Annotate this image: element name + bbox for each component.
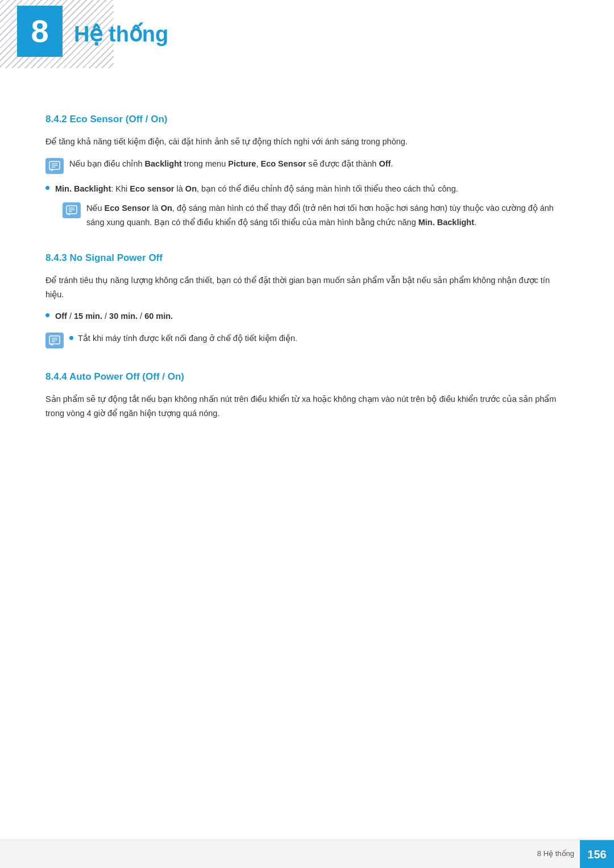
chapter-title: Hệ thống <box>74 17 168 52</box>
bullet-843-1: Off / 15 min. / 30 min. / 60 min. <box>45 309 569 323</box>
section-8-4-2: 8.4.2 Eco Sensor (Off / On) Để tăng khả … <box>45 111 569 230</box>
bullet-842-1-text: Min. Backlight: Khi Eco sensor là On, bạ… <box>55 182 458 196</box>
bullet-dot-2 <box>45 313 49 317</box>
note-svg-icon <box>49 161 60 171</box>
bullet-843-1-text: Off / 15 min. / 30 min. / 60 min. <box>55 309 173 323</box>
note-843-1: Tắt khi máy tính được kết nối đang ở chế… <box>45 331 569 348</box>
note-icon-2 <box>63 202 81 218</box>
chapter-number-box: 8 <box>17 6 63 57</box>
note-svg-icon-2 <box>66 205 77 215</box>
bullet-dot-note <box>69 336 73 340</box>
chapter-number: 8 <box>31 15 48 47</box>
section-844-intro: Sản phẩm sẽ tự động tắt nếu bạn không nh… <box>45 392 569 420</box>
section-843-intro: Để tránh tiêu thụ năng lượng không cần t… <box>45 273 569 301</box>
note-svg-icon-3 <box>49 335 60 346</box>
footer-section-label: 8 Hệ thống <box>537 848 574 860</box>
main-content: 8.4.2 Eco Sensor (Off / On) Để tăng khả … <box>0 68 614 474</box>
page-header: 8 Hệ thống <box>0 0 614 68</box>
section-843-heading: 8.4.3 No Signal Power Off <box>45 250 569 265</box>
note-icon-3 <box>45 333 64 348</box>
section-842-heading: 8.4.2 Eco Sensor (Off / On) <box>45 111 569 127</box>
section-8-4-3: 8.4.3 No Signal Power Off Để tránh tiêu … <box>45 250 569 348</box>
bullet-dot <box>45 186 49 190</box>
section-842-intro: Để tăng khả năng tiết kiệm điện, cài đặt… <box>45 135 569 149</box>
bullet-842-1: Min. Backlight: Khi Eco sensor là On, bạ… <box>45 182 569 196</box>
section-844-heading: 8.4.4 Auto Power Off (Off / On) <box>45 369 569 384</box>
note-icon-1 <box>45 158 64 174</box>
note-842-1: Nếu bạn điều chỉnh Backlight trong menu … <box>45 157 569 174</box>
note-842-1-text: Nếu bạn điều chỉnh Backlight trong menu … <box>69 157 393 171</box>
footer-page-number: 156 <box>580 840 614 869</box>
section-8-4-4: 8.4.4 Auto Power Off (Off / On) Sản phẩm… <box>45 369 569 420</box>
note-843-1-text: Tắt khi máy tính được kết nối đang ở chế… <box>78 331 297 346</box>
note-842-indented-text: Nếu Eco Sensor là On, độ sáng màn hình c… <box>86 201 569 229</box>
note-842-indented: Nếu Eco Sensor là On, độ sáng màn hình c… <box>63 201 569 229</box>
note-843-bullet-wrapper: Tắt khi máy tính được kết nối đang ở chế… <box>69 331 297 346</box>
page-footer: 8 Hệ thống 156 <box>0 840 614 868</box>
